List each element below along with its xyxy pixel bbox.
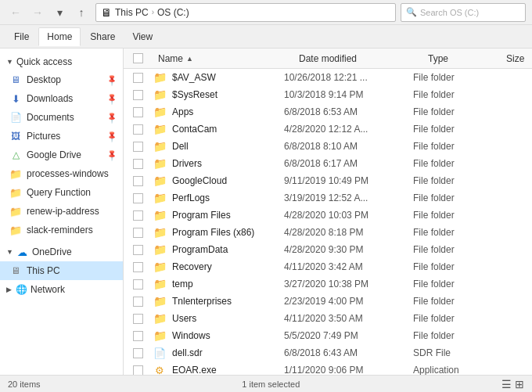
table-row[interactable]: 📁 Recovery 4/11/2020 3:42 AM File folder xyxy=(124,258,532,275)
back-button[interactable]: ← xyxy=(6,3,25,22)
row-check-area[interactable] xyxy=(124,73,152,83)
row-check-area[interactable] xyxy=(124,193,152,203)
row-check-area[interactable] xyxy=(124,124,152,135)
row-check-area[interactable] xyxy=(124,90,152,100)
row-check-area[interactable] xyxy=(124,262,152,272)
row-check-area[interactable] xyxy=(124,159,152,169)
path-segment-thispc[interactable]: This PC xyxy=(115,7,149,18)
row-check-area[interactable] xyxy=(124,176,152,186)
row-type: File folder xyxy=(407,296,485,307)
table-row[interactable]: 📁 Users 4/11/2020 3:50 AM File folder xyxy=(124,310,532,327)
details-view-icon[interactable]: ☰ xyxy=(501,378,512,390)
table-row[interactable]: ⚙ EOAR.exe 1/11/2020 9:06 PM Application xyxy=(124,361,532,375)
row-checkbox[interactable] xyxy=(133,210,143,221)
folder-icon: 📁 xyxy=(153,209,167,221)
up-button[interactable]: ↑ xyxy=(72,3,91,22)
row-checkbox[interactable] xyxy=(133,279,143,290)
folder-icon: 📁 xyxy=(153,329,167,342)
row-checkbox[interactable] xyxy=(133,193,143,203)
row-checkbox[interactable] xyxy=(133,176,143,186)
sidebar-item-processes-windows[interactable]: 📁 processes-windows xyxy=(0,164,123,183)
row-check-area[interactable] xyxy=(124,107,152,117)
row-check-area[interactable] xyxy=(124,348,152,358)
folder-icon: 📁 xyxy=(153,174,167,187)
row-check-area[interactable] xyxy=(124,279,152,290)
table-row[interactable]: 📁 ProgramData 4/28/2020 9:30 PM File fol… xyxy=(124,241,532,258)
sidebar-item-downloads[interactable]: ⬇ Downloads 📌 xyxy=(0,89,123,108)
tab-view[interactable]: View xyxy=(124,28,160,45)
row-checkbox[interactable] xyxy=(133,348,143,358)
row-checkbox[interactable] xyxy=(133,314,143,324)
table-row[interactable]: 📄 dell.sdr 6/8/2018 6:43 AM SDR File xyxy=(124,344,532,361)
table-row[interactable]: 📁 GoogleCloud 9/11/2019 10:49 PM File fo… xyxy=(124,172,532,189)
row-checkbox[interactable] xyxy=(133,142,143,152)
sidebar-item-pictures[interactable]: 🖼 Pictures 📌 xyxy=(0,127,123,146)
forward-button[interactable]: → xyxy=(28,3,47,22)
row-checkbox[interactable] xyxy=(133,73,143,83)
row-type: File folder xyxy=(407,175,485,186)
col-header-size[interactable]: Size xyxy=(500,49,532,68)
row-checkbox[interactable] xyxy=(133,124,143,135)
quick-access-header[interactable]: ▼ Quick access xyxy=(0,53,123,70)
table-row[interactable]: 📁 $SysReset 10/3/2018 9:14 PM File folde… xyxy=(124,86,532,103)
table-row[interactable]: 📁 Windows 5/5/2020 7:49 PM File folder xyxy=(124,327,532,344)
row-checkbox[interactable] xyxy=(133,297,143,307)
table-row[interactable]: 📁 temp 3/27/2020 10:38 PM File folder xyxy=(124,275,532,293)
table-row[interactable]: 📁 PerfLogs 3/19/2019 12:52 A... File fol… xyxy=(124,189,532,207)
row-name: dell.sdr xyxy=(167,347,278,358)
header-check[interactable] xyxy=(124,53,152,63)
tab-file[interactable]: File xyxy=(6,28,37,45)
row-check-area[interactable] xyxy=(124,245,152,255)
col-type-label: Type xyxy=(428,53,448,64)
tab-share[interactable]: Share xyxy=(82,28,123,45)
path-segment-osc[interactable]: OS (C:) xyxy=(157,7,189,18)
row-check-area[interactable] xyxy=(124,314,152,324)
folder-icon: 📁 xyxy=(153,312,167,325)
row-checkbox[interactable] xyxy=(133,159,143,169)
table-row[interactable]: 📁 Program Files 4/28/2020 10:03 PM File … xyxy=(124,207,532,224)
row-checkbox[interactable] xyxy=(133,228,143,238)
sidebar-item-renew-ip[interactable]: 📁 renew-ip-address xyxy=(0,202,123,221)
row-checkbox[interactable] xyxy=(133,90,143,100)
row-check-area[interactable] xyxy=(124,365,152,376)
sidebar-item-desktop[interactable]: 🖥 Desktop 📌 xyxy=(0,70,123,89)
row-type: File folder xyxy=(407,244,485,255)
row-check-area[interactable] xyxy=(124,331,152,341)
table-row[interactable]: 📁 ContaCam 4/28/2020 12:12 A... File fol… xyxy=(124,120,532,138)
table-row[interactable]: 📁 $AV_ASW 10/26/2018 12:21 ... File fold… xyxy=(124,69,532,86)
row-checkbox[interactable] xyxy=(133,245,143,255)
search-bar[interactable]: 🔍 Search OS (C:) xyxy=(401,3,526,22)
sidebar-label-slack: slack-reminders xyxy=(27,225,117,236)
folder-icon: 📁 xyxy=(153,192,167,204)
col-header-type[interactable]: Type xyxy=(422,49,500,68)
table-row[interactable]: 📁 Drivers 6/8/2018 6:17 AM File folder xyxy=(124,155,532,172)
row-checkbox[interactable] xyxy=(133,365,143,376)
row-checkbox[interactable] xyxy=(133,331,143,341)
sidebar-item-thispc[interactable]: 🖥 This PC xyxy=(0,261,123,280)
sidebar-item-query-function[interactable]: 📁 Query Function xyxy=(0,183,123,202)
row-check-area[interactable] xyxy=(124,210,152,221)
large-icon-view-icon[interactable]: ⊞ xyxy=(515,378,524,390)
row-check-area[interactable] xyxy=(124,142,152,152)
folder-icon: 📁 xyxy=(153,157,167,170)
col-header-name[interactable]: Name ▲ xyxy=(152,49,293,68)
sidebar-item-slack[interactable]: 📁 slack-reminders xyxy=(0,221,123,239)
network-header[interactable]: ▶ 🌐 Network xyxy=(0,280,123,299)
recent-button[interactable]: ▾ xyxy=(50,3,69,22)
tab-home[interactable]: Home xyxy=(38,27,81,46)
table-row[interactable]: 📁 Apps 6/8/2018 6:53 AM File folder xyxy=(124,103,532,120)
table-row[interactable]: 📁 Tnlenterprises 2/23/2019 4:00 PM File … xyxy=(124,293,532,310)
select-all-checkbox[interactable] xyxy=(133,53,143,63)
row-checkbox[interactable] xyxy=(133,107,143,117)
col-header-date[interactable]: Date modified xyxy=(293,49,422,68)
row-check-area[interactable] xyxy=(124,297,152,307)
table-row[interactable]: 📁 Program Files (x86) 4/28/2020 8:18 PM … xyxy=(124,224,532,241)
row-type: File folder xyxy=(407,89,485,100)
sidebar-item-documents[interactable]: 📄 Documents 📌 xyxy=(0,108,123,127)
sidebar-item-googledrive[interactable]: △ Google Drive 📌 xyxy=(0,146,123,164)
row-check-area[interactable] xyxy=(124,228,152,238)
address-bar[interactable]: 🖥 This PC › OS (C:) xyxy=(95,3,396,22)
row-checkbox[interactable] xyxy=(133,262,143,272)
onedrive-header[interactable]: ▼ ☁ OneDrive xyxy=(0,243,123,261)
table-row[interactable]: 📁 Dell 6/8/2018 8:10 AM File folder xyxy=(124,138,532,155)
